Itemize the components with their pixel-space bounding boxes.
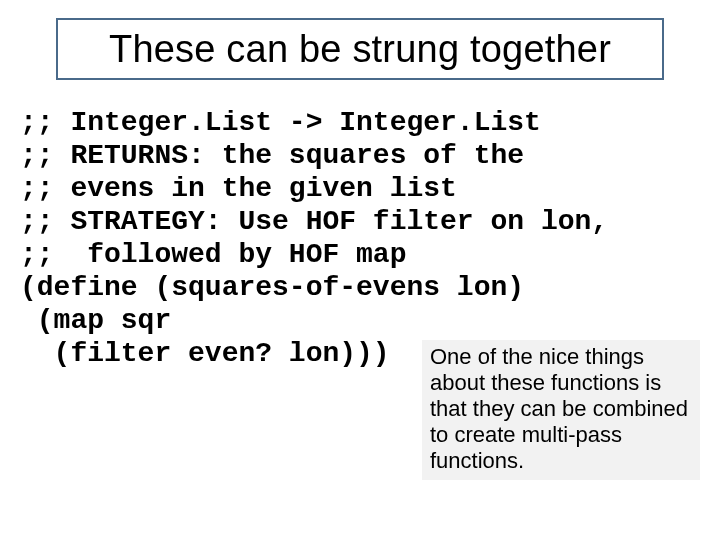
slide: These can be strung together ;; Integer.… [0,0,720,540]
code-line-6: (define (squares-of-evens lon) [20,272,524,303]
annotation-text: One of the nice things about these funct… [430,344,688,473]
slide-title: These can be strung together [109,28,611,71]
code-line-3: ;; evens in the given list [20,173,457,204]
code-block: ;; Integer.List -> Integer.List ;; RETUR… [20,106,700,370]
code-line-8: (filter even? lon))) [20,338,390,369]
title-box: These can be strung together [56,18,664,80]
annotation-box: One of the nice things about these funct… [422,340,700,480]
code-line-2: ;; RETURNS: the squares of the [20,140,524,171]
code-line-4: ;; STRATEGY: Use HOF filter on lon, [20,206,608,237]
code-line-1: ;; Integer.List -> Integer.List [20,107,541,138]
code-line-5: ;; followed by HOF map [20,239,406,270]
code-line-7: (map sqr [20,305,171,336]
